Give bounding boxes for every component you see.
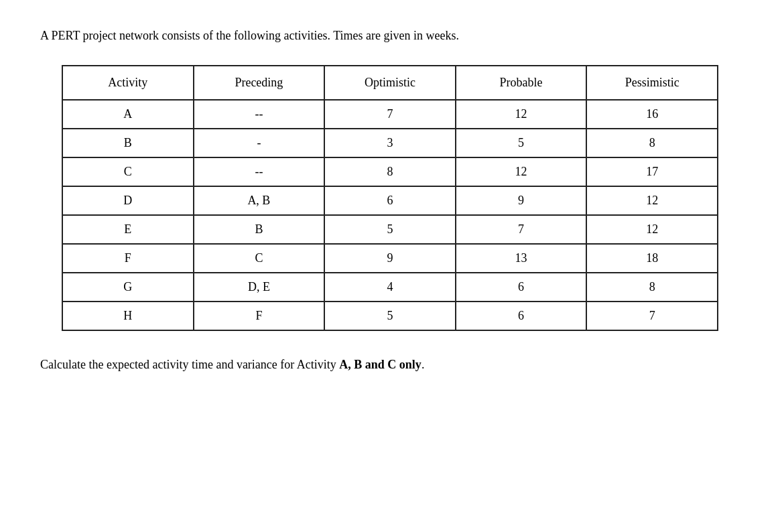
table-row: FC91318 — [62, 244, 718, 273]
cell-r0-c4: 16 — [586, 100, 718, 129]
cell-r6-c3: 6 — [456, 273, 587, 302]
cell-r5-c1: C — [194, 244, 325, 273]
header-probable: Probable — [456, 66, 587, 100]
cell-r3-c3: 9 — [456, 186, 587, 215]
table-row: DA, B6912 — [62, 186, 718, 215]
cell-r7-c4: 7 — [586, 302, 718, 330]
header-activity: Activity — [62, 66, 194, 100]
table-row: EB5712 — [62, 215, 718, 244]
cell-r6-c2: 4 — [324, 273, 456, 302]
cell-r5-c2: 9 — [324, 244, 456, 273]
cell-r3-c4: 12 — [586, 186, 718, 215]
cell-r2-c2: 8 — [324, 157, 456, 186]
table-row: HF567 — [62, 302, 718, 330]
cell-r0-c1: -- — [194, 100, 325, 129]
header-preceding: Preceding — [194, 66, 325, 100]
header-optimistic: Optimistic — [324, 66, 456, 100]
table-row: GD, E468 — [62, 273, 718, 302]
cell-r0-c2: 7 — [324, 100, 456, 129]
cell-r7-c1: F — [194, 302, 325, 330]
cell-r4-c4: 12 — [586, 215, 718, 244]
cell-r7-c3: 6 — [456, 302, 587, 330]
cell-r3-c2: 6 — [324, 186, 456, 215]
footer-bold: A, B and C only — [339, 358, 421, 371]
table-header-row: Activity Preceding Optimistic Probable P… — [62, 66, 718, 100]
cell-r1-c4: 8 — [586, 129, 718, 157]
cell-r3-c0: D — [62, 186, 194, 215]
cell-r1-c2: 3 — [324, 129, 456, 157]
cell-r6-c0: G — [62, 273, 194, 302]
cell-r1-c3: 5 — [456, 129, 587, 157]
footer-suffix: . — [421, 358, 425, 371]
table-row: A--71216 — [62, 100, 718, 129]
cell-r4-c0: E — [62, 215, 194, 244]
cell-r2-c3: 12 — [456, 157, 587, 186]
cell-r0-c0: A — [62, 100, 194, 129]
cell-r1-c0: B — [62, 129, 194, 157]
footer-prefix: Calculate the expected activity time and… — [40, 358, 339, 371]
cell-r2-c4: 17 — [586, 157, 718, 186]
cell-r7-c0: H — [62, 302, 194, 330]
cell-r7-c2: 5 — [324, 302, 456, 330]
footer-text: Calculate the expected activity time and… — [40, 355, 740, 375]
cell-r1-c1: - — [194, 129, 325, 157]
pert-table-container: Activity Preceding Optimistic Probable P… — [40, 65, 740, 331]
table-row: B-358 — [62, 129, 718, 157]
cell-r5-c3: 13 — [456, 244, 587, 273]
pert-table: Activity Preceding Optimistic Probable P… — [62, 65, 718, 331]
header-pessimistic: Pessimistic — [586, 66, 718, 100]
cell-r0-c3: 12 — [456, 100, 587, 129]
cell-r2-c0: C — [62, 157, 194, 186]
cell-r3-c1: A, B — [194, 186, 325, 215]
table-row: C--81217 — [62, 157, 718, 186]
cell-r5-c4: 18 — [586, 244, 718, 273]
cell-r4-c1: B — [194, 215, 325, 244]
intro-text: A PERT project network consists of the f… — [40, 27, 740, 45]
cell-r4-c2: 5 — [324, 215, 456, 244]
cell-r6-c1: D, E — [194, 273, 325, 302]
cell-r6-c4: 8 — [586, 273, 718, 302]
cell-r4-c3: 7 — [456, 215, 587, 244]
cell-r2-c1: -- — [194, 157, 325, 186]
cell-r5-c0: F — [62, 244, 194, 273]
